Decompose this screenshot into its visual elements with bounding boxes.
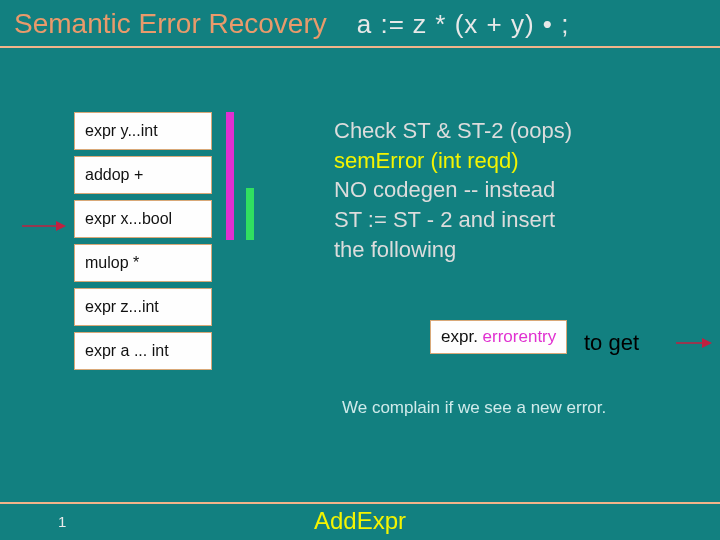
range-bar-green	[246, 188, 254, 240]
text-line: the following	[334, 235, 572, 265]
slide-header: Semantic Error Recovery a := z * (x + y)…	[0, 0, 720, 46]
divider-bottom	[0, 502, 720, 504]
text-line-error: semError (int reqd)	[334, 146, 572, 176]
svg-marker-3	[702, 338, 712, 348]
slide-content: expr y...int addop + expr x...bool mulop…	[0, 48, 720, 478]
semantic-stack: expr y...int addop + expr x...bool mulop…	[74, 112, 212, 370]
text-line: Check ST & ST-2 (oops)	[334, 116, 572, 146]
range-bar-magenta	[226, 112, 234, 240]
svg-marker-1	[56, 221, 66, 231]
error-prefix: expr.	[441, 327, 483, 346]
stack-cell: expr z...int	[74, 288, 212, 326]
slide-footer: 1 AddExpr	[0, 506, 720, 536]
to-get-label: to get	[584, 330, 639, 356]
footer-label: AddExpr	[314, 507, 406, 535]
stack-cell: mulop *	[74, 244, 212, 282]
error-entry-box: expr. errorentry	[430, 320, 567, 354]
error-entry-label: errorentry	[483, 327, 557, 346]
text-line: NO codegen -- instead	[334, 175, 572, 205]
arrow-right-icon	[676, 336, 712, 354]
stack-cell: addop +	[74, 156, 212, 194]
stack-cell: expr x...bool	[74, 200, 212, 238]
stack-cell: expr y...int	[74, 112, 212, 150]
complain-note: We complain if we see a new error.	[342, 398, 606, 418]
slide-title: Semantic Error Recovery	[14, 8, 327, 40]
arrow-right-icon	[22, 218, 66, 238]
page-number: 1	[58, 513, 66, 530]
stack-cell: expr a ... int	[74, 332, 212, 370]
text-line: ST := ST - 2 and insert	[334, 205, 572, 235]
code-expression: a := z * (x + y) • ;	[357, 9, 570, 40]
explanation-text: Check ST & ST-2 (oops) semError (int req…	[334, 116, 572, 264]
